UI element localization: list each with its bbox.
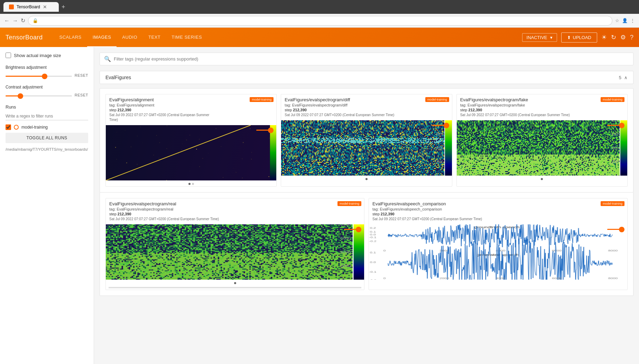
main-layout: Show actual image size Brightness adjust… — [0, 47, 639, 364]
main-nav: SCALARS IMAGES AUDIO TEXT TIME SERIES — [54, 28, 208, 47]
contrast-section: Contrast adjustment RESET — [6, 85, 88, 97]
nav-dot — [365, 178, 368, 180]
image-card-alignment: EvalFigures/alignment tag: EvalFigures/a… — [105, 94, 277, 187]
content-area: 🔍 EvalFigures 5 ∧ EvalFigures/alignment … — [94, 47, 639, 364]
card-title-real: EvalFigures/evalspectrogram/real — [109, 201, 361, 206]
card-tag-speech: tag: EvalFigures/evalspeech_comparison — [372, 207, 624, 211]
tab-title: TensorBoard — [17, 4, 40, 9]
card-header-alignment: EvalFigures/alignment tag: EvalFigures/a… — [106, 94, 276, 125]
contrast-reset-button[interactable]: RESET — [75, 93, 88, 97]
card-badge-fake: model-training — [601, 97, 624, 102]
new-tab-button[interactable]: + — [62, 3, 65, 11]
card-header-diff: EvalFigures/evalspectrogram/diff tag: Ev… — [281, 94, 452, 120]
tab-close-icon[interactable]: ✕ — [43, 4, 47, 10]
url-input[interactable]: localhost:6006/#images — [40, 18, 608, 23]
inactive-dropdown[interactable]: INACTIVE ▾ — [522, 33, 557, 42]
path-label: /media/mbarnig/T7/YOURTTS/my_tensorboard… — [6, 147, 88, 151]
image-step-slider-fake[interactable] — [607, 125, 624, 126]
brightness-slider[interactable] — [6, 76, 72, 77]
settings-icon[interactable]: ⚙ — [620, 34, 626, 41]
card-title-diff: EvalFigures/evalspectrogram/diff — [285, 97, 448, 102]
card-date-fake: Sat Jul 09 2022 07:07:27 GMT+0200 (Centr… — [460, 113, 624, 118]
card-step-fake: step 212,390 — [460, 108, 624, 112]
filter-bar: 🔍 — [100, 53, 633, 65]
card-nav-bar-real — [106, 281, 364, 286]
refresh-button[interactable]: ↻ — [21, 17, 25, 24]
real-image — [106, 224, 364, 280]
brightness-slider-container — [6, 73, 72, 78]
collapse-icon[interactable]: ∧ — [624, 75, 628, 80]
card-step-alignment: step 212,390 — [109, 108, 273, 112]
card-step-real: step 212,390 — [109, 212, 361, 216]
card-title-fake: EvalFigures/evalspectrogram/fake — [460, 97, 624, 102]
slider-control-fake — [607, 122, 624, 127]
contrast-label: Contrast adjustment — [6, 85, 88, 90]
card-tag-fake: tag: EvalFigures/evalspectrogram/fake — [460, 103, 624, 107]
diff-image — [281, 120, 452, 176]
image-step-slider-alignment[interactable] — [256, 130, 274, 131]
bottom-slider-real — [109, 287, 361, 288]
refresh-settings-icon[interactable]: ↻ — [611, 34, 616, 41]
help-icon[interactable]: ? — [630, 34, 633, 41]
card-title-alignment: EvalFigures/alignment — [109, 97, 273, 102]
bookmark-icon[interactable]: ☆ — [615, 18, 619, 23]
toggle-all-runs-button[interactable]: TOGGLE ALL RUNS — [6, 133, 88, 143]
upload-button[interactable]: ⬆ UPLOAD — [561, 32, 597, 43]
nav-dot — [188, 183, 191, 185]
image-step-slider-speech[interactable] — [607, 229, 624, 230]
theme-icon[interactable]: ☀ — [601, 34, 607, 41]
run-item-model-training: model-training — [6, 124, 88, 130]
card-date-speech: Sat Jul 09 2022 07:07:27 GMT+0200 (Centr… — [372, 217, 624, 222]
nav-time-series[interactable]: TIME SERIES — [166, 28, 207, 47]
card-date-real: Sat Jul 09 2022 07:07:27 GMT+0200 (Centr… — [109, 217, 361, 222]
image-card-fake: EvalFigures/evalspectrogram/fake tag: Ev… — [456, 94, 628, 187]
profile-icon[interactable]: 👤 — [622, 18, 628, 23]
slider-control-real — [344, 226, 361, 231]
section-count: 5 — [619, 75, 621, 80]
section-controls: 5 ∧ — [619, 75, 628, 80]
browser-nav: ← → ↻ 🔒 localhost:6006/#images ☆ 👤 ⋮ — [0, 14, 639, 28]
runs-filter-input[interactable] — [6, 112, 88, 120]
speech-image — [369, 224, 627, 280]
show-image-size-control: Show actual image size — [6, 53, 88, 58]
image-card-speech: EvalFigures/evalspeech_comparison tag: E… — [369, 198, 628, 290]
tensorboard-logo: TensorBoard — [6, 34, 43, 41]
run-color-indicator — [14, 125, 19, 130]
upload-label: UPLOAD — [573, 35, 591, 40]
card-badge-alignment: model-training — [250, 97, 274, 102]
card-badge-speech: model-training — [601, 201, 624, 206]
tag-filter-input[interactable] — [114, 56, 629, 62]
show-size-checkbox[interactable] — [6, 53, 11, 58]
card-header-fake: EvalFigures/evalspectrogram/fake tag: Ev… — [457, 94, 627, 120]
card-badge-real: model-training — [337, 201, 361, 206]
menu-icon[interactable]: ⋮ — [630, 18, 635, 23]
tensorboard-header: TensorBoard SCALARS IMAGES AUDIO TEXT TI… — [0, 28, 639, 47]
card-image-wrapper-alignment — [106, 125, 276, 181]
card-date-diff: Sat Jul 09 2022 07:07:27 GMT+0200 (Centr… — [285, 113, 448, 118]
browser-chrome: TensorBoard ✕ + — [0, 0, 639, 14]
back-button[interactable]: ← — [4, 18, 10, 24]
image-card-diff: EvalFigures/evalspectrogram/diff tag: Ev… — [281, 94, 452, 187]
card-header-real: EvalFigures/evalspectrogram/real tag: Ev… — [106, 198, 364, 224]
card-nav-bar-fake — [457, 177, 627, 181]
alignment-image — [106, 125, 276, 180]
nav-images[interactable]: IMAGES — [87, 28, 117, 47]
contrast-slider[interactable] — [6, 95, 72, 96]
nav-scalars[interactable]: SCALARS — [54, 28, 87, 47]
image-step-slider-diff[interactable] — [432, 125, 449, 126]
forward-button[interactable]: → — [12, 18, 18, 24]
address-bar[interactable]: 🔒 localhost:6006/#images — [28, 16, 612, 26]
run-checkbox-model-training[interactable] — [6, 124, 11, 130]
card-title-speech: EvalFigures/evalspeech_comparison — [372, 201, 624, 206]
nav-text[interactable]: TEXT — [143, 28, 166, 47]
browser-tab[interactable]: TensorBoard ✕ — [3, 2, 59, 12]
image-step-slider-real[interactable] — [344, 229, 361, 230]
contrast-row: RESET — [6, 92, 88, 97]
brightness-section: Brightness adjustment RESET — [6, 65, 88, 78]
inactive-label: INACTIVE — [527, 35, 547, 40]
card-nav-bar-alignment — [106, 181, 276, 186]
nav-audio[interactable]: AUDIO — [117, 28, 143, 47]
card-badge-diff: model-training — [425, 97, 449, 102]
slider-control-alignment — [256, 127, 274, 132]
brightness-reset-button[interactable]: RESET — [75, 73, 88, 77]
